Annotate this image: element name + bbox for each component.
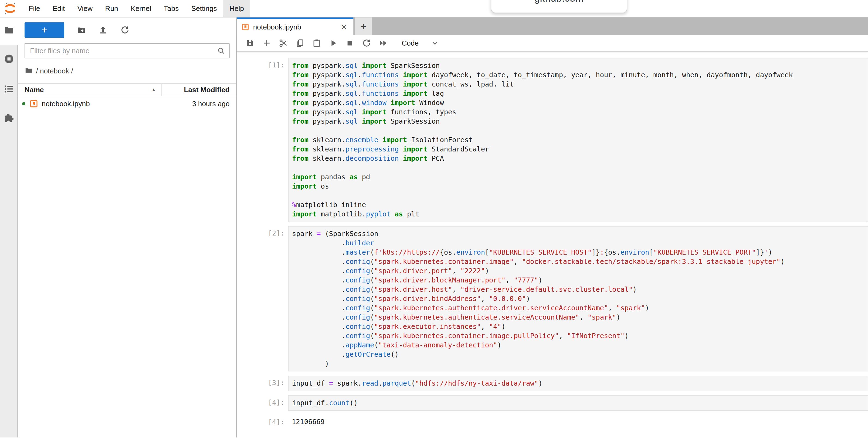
menu-bar: File Edit View Run Kernel Tabs Settings …	[0, 0, 868, 18]
cell-prompt: [3]:	[237, 376, 288, 391]
column-header-name[interactable]: Name ▲	[18, 84, 162, 96]
code-cell: [1]:from pyspark.sql import SparkSession…	[237, 58, 868, 222]
paste-cells-button[interactable]	[312, 38, 321, 48]
copy-icon	[295, 38, 305, 48]
dock-tab-bar: notebook.ipynb ✕ +	[237, 18, 868, 35]
kernel-running-dot	[22, 102, 25, 105]
sidebar-tab-running-sessions[interactable]	[4, 54, 14, 64]
file-browser-panel: +	[18, 18, 237, 437]
plus-icon	[262, 38, 271, 48]
breadcrumb-path: / notebook /	[36, 67, 73, 75]
notebook-tab-icon	[242, 23, 249, 31]
stop-icon	[345, 38, 354, 48]
menu-help[interactable]: Help	[223, 0, 250, 17]
stop-circle-icon	[4, 54, 14, 64]
upload-icon	[98, 25, 108, 35]
fast-forward-icon	[378, 38, 388, 48]
sort-ascending-icon: ▲	[151, 87, 156, 92]
close-icon: ✕	[341, 23, 347, 32]
plus-icon: +	[361, 21, 366, 31]
activity-bar-background	[0, 45, 18, 437]
cell-editor[interactable]: input_df = spark.read.parquet("hdfs://hd…	[288, 376, 868, 391]
popup-text: github.com	[534, 0, 584, 4]
copy-cells-button[interactable]	[295, 38, 305, 48]
column-header-last-modified[interactable]: Last Modified	[162, 84, 236, 96]
cell-type-dropdown[interactable]: Code	[402, 39, 439, 48]
file-filter-input[interactable]	[25, 43, 229, 58]
notebook-cells: [1]:from pyspark.sql import SparkSession…	[237, 52, 868, 437]
menu-run[interactable]: Run	[99, 0, 125, 17]
save-icon	[245, 38, 255, 48]
save-button[interactable]	[245, 38, 255, 48]
browser-popup: github.com	[491, 0, 627, 13]
new-folder-button[interactable]	[76, 25, 87, 35]
search-icon	[217, 47, 225, 55]
puzzle-icon	[4, 112, 14, 123]
sidebar-tab-extensions[interactable]	[4, 112, 14, 123]
scissors-icon	[279, 38, 288, 48]
code-cell: [4]:input_df.count()	[237, 396, 868, 411]
restart-icon	[362, 38, 371, 48]
new-launcher-button[interactable]: +	[25, 22, 64, 38]
list-icon	[4, 84, 14, 94]
app-shell: +	[0, 18, 868, 437]
code-cell: [3]:input_df = spark.read.parquet("hdfs:…	[237, 376, 868, 391]
cell-prompt: [4]:	[237, 396, 288, 411]
code-cell: [2]:spark = (SparkSession .builder .mast…	[237, 226, 868, 372]
tab-notebook[interactable]: notebook.ipynb ✕	[237, 18, 353, 35]
interrupt-kernel-button[interactable]	[345, 38, 354, 48]
file-name: notebook.ipynb	[42, 99, 90, 108]
output-text: 12106669	[288, 415, 324, 426]
menu-file[interactable]: File	[22, 0, 46, 17]
run-cell-button[interactable]	[329, 38, 338, 48]
add-cell-button[interactable]	[262, 38, 271, 48]
notebook-toolbar: Code	[237, 35, 868, 52]
run-icon	[329, 38, 338, 48]
close-tab-button[interactable]: ✕	[340, 22, 348, 32]
restart-run-all-button[interactable]	[378, 38, 388, 48]
restart-kernel-button[interactable]	[362, 38, 371, 48]
menu-view[interactable]: View	[71, 0, 99, 17]
sidebar-tab-file-browser[interactable]	[4, 25, 14, 35]
activity-bar	[0, 18, 18, 437]
file-last-modified: 3 hours ago	[90, 99, 236, 108]
file-filter-box	[25, 43, 229, 58]
cell-prompt: [4]:	[237, 415, 288, 426]
file-list-header: Name ▲ Last Modified	[18, 83, 236, 96]
upload-button[interactable]	[98, 25, 108, 35]
main-area: notebook.ipynb ✕ +	[237, 18, 868, 437]
menu-edit[interactable]: Edit	[46, 0, 71, 17]
menu-settings[interactable]: Settings	[185, 0, 223, 17]
menu-kernel[interactable]: Kernel	[124, 0, 157, 17]
cell-prompt: [2]:	[237, 226, 288, 372]
cell-editor[interactable]: input_df.count()	[288, 396, 868, 411]
breadcrumb[interactable]: / notebook /	[25, 66, 229, 76]
chevron-down-icon	[431, 39, 439, 47]
new-tab-button[interactable]: +	[355, 18, 372, 35]
sidebar-tab-table-of-contents[interactable]	[4, 84, 14, 94]
menu-tabs[interactable]: Tabs	[157, 0, 185, 17]
refresh-button[interactable]	[119, 25, 130, 35]
file-list-item[interactable]: notebook.ipynb 3 hours ago	[18, 96, 236, 111]
cell-type-value: Code	[402, 39, 418, 48]
cut-cells-button[interactable]	[279, 38, 288, 48]
file-browser-toolbar: +	[18, 18, 236, 38]
paste-icon	[312, 38, 321, 48]
cell-prompt: [1]:	[237, 58, 288, 222]
jupyter-logo	[4, 2, 17, 15]
new-folder-icon	[76, 25, 87, 35]
cell-editor[interactable]: spark = (SparkSession .builder .master(f…	[288, 226, 868, 372]
home-folder-icon	[25, 66, 36, 76]
cell-editor[interactable]: from pyspark.sql import SparkSessionfrom…	[288, 58, 868, 222]
folder-icon	[4, 25, 14, 35]
notebook-file-icon	[29, 99, 38, 108]
refresh-icon	[119, 25, 130, 35]
output-area: [4]:12106669	[237, 415, 868, 426]
tab-label: notebook.ipynb	[253, 23, 340, 31]
